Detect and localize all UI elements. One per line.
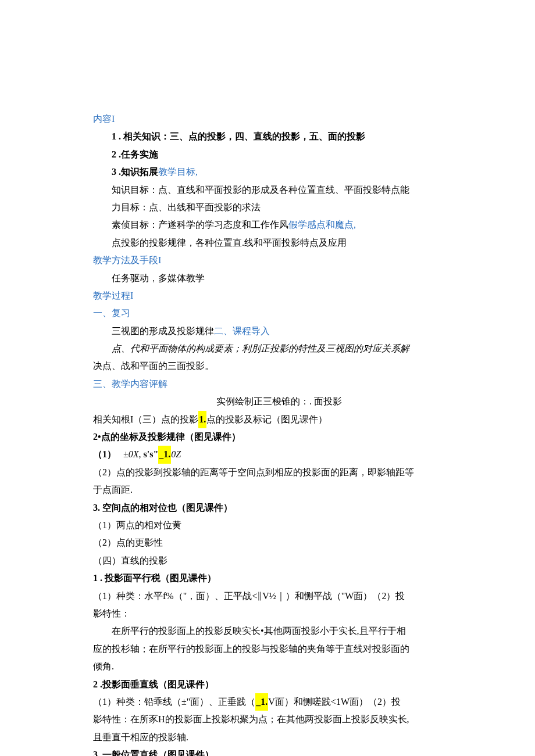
content-line: 倾角. — [93, 658, 465, 675]
content-line: 2•点的坐标及投影规律（图见课件） — [93, 428, 465, 446]
content-line: 相关知根I（三）点的投影1.点的投影及标记（图见课件） — [93, 411, 465, 428]
content-line: 在所平行的投影面上的投影反映实长•其他两面投影小于实长,且平行于相 — [93, 622, 465, 640]
section-content-title: 内容I — [93, 110, 465, 128]
content-line: 3 .一般位置直线（图见课件） — [93, 746, 465, 756]
content-line: 知识目标：点、直线和平面投影的形成及各种位置直线、平面投影特点能 — [93, 181, 465, 199]
content-line: 3. 空间点的相对位也（图见课件） — [93, 499, 465, 517]
content-line: 任务驱动，多媒体教学 — [93, 270, 465, 287]
content-line: （1）种类：水平f%（"，面）、正平战<∥V½｜）和恻平战（"W面）（2）投 — [93, 587, 465, 605]
content-line: 点、代和平面物体的构成要素；利刖正投影的特性及三视图的对应关系解 — [93, 340, 465, 357]
content-line: （1）两点的相对位黄 — [93, 517, 465, 534]
section-teach-title: 三、教学内容评解 — [93, 375, 465, 393]
section-method-title: 教学方法及手段I — [93, 252, 465, 269]
content-line: 决点、战和平面的三面投影。 — [93, 357, 465, 375]
content-line: （1） ±0X, s's"_1.0Z — [93, 446, 465, 463]
section-review-title: 一、复习 — [93, 304, 465, 322]
content-line: （四）直线的投影 — [93, 552, 465, 569]
content-line: 影特性： — [93, 605, 465, 622]
section-process-title: 教学过程I — [93, 287, 465, 304]
content-line: 于点面距. — [93, 481, 465, 499]
content-line: 力目标：点、出线和平面投影的求法 — [93, 199, 465, 216]
content-line: （2）点的投影到投影轴的距离等于空间点到相应的投影面的距离，即影轴距等 — [93, 464, 465, 481]
content-line: （1）种类：铅乖线（±"面）、正垂践（_1.V面）和恻嗟践<1W面）（2）投 — [93, 693, 465, 711]
content-line: 且垂直干相应的投影轴. — [93, 729, 465, 746]
content-line: 点投影的投影规律，各种位置直.线和平面投影特点及应用 — [93, 234, 465, 252]
content-line: 1 . 相关知识：三、点的投影，四、直线的投影，五、面的投影 — [93, 128, 465, 145]
content-line: 三视图的形成及投影规律二、课程导入 — [93, 323, 465, 340]
content-line: 素侦目标：产遂科学的学习态度和工作作风假学感点和魔点, — [93, 216, 465, 234]
content-line: 3 .知识拓展教学目标, — [93, 163, 465, 181]
content-line: 2 .任务实施 — [93, 146, 465, 163]
content-line: 实例绘制正三梭锥的：. 面投影 — [93, 393, 465, 410]
content-line: 应的投杉轴；在所平行的投影面上的投影与投影轴的夹角等于直线对投影面的 — [93, 640, 465, 658]
content-line: 影特性：在所豕H的投影面上投影枳聚为点；在其他两投影面上投影反映实长, — [93, 711, 465, 728]
content-line: （2）点的更影性 — [93, 534, 465, 551]
content-line: 2 .投影面垂直线（图见课件） — [93, 676, 465, 693]
document-page: 内容I 1 . 相关知识：三、点的投影，四、直线的投影，五、面的投影 2 .任务… — [0, 0, 535, 756]
content-line: 1 . 投影面平行税（图见课件） — [93, 569, 465, 587]
